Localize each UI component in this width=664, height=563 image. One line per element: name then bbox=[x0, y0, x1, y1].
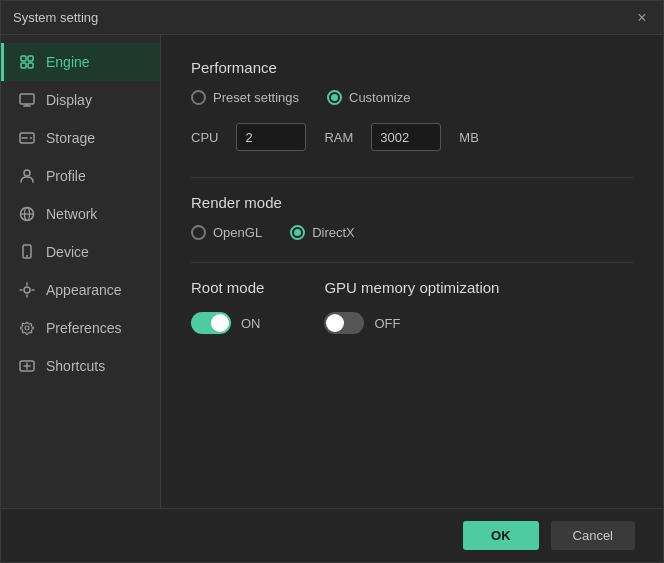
mb-label: MB bbox=[459, 130, 479, 145]
svg-rect-1 bbox=[28, 56, 33, 61]
gpu-toggle-row: OFF bbox=[324, 312, 499, 334]
gpu-toggle-label: OFF bbox=[374, 316, 400, 331]
opengl-label: OpenGL bbox=[213, 225, 262, 240]
svg-rect-4 bbox=[20, 94, 34, 104]
profile-icon bbox=[18, 167, 36, 185]
directx-radio-circle bbox=[290, 225, 305, 240]
directx-radio[interactable]: DirectX bbox=[290, 225, 355, 240]
sidebar-item-device-label: Device bbox=[46, 244, 89, 260]
sidebar: Engine Display bbox=[1, 35, 161, 508]
root-mode-title: Root mode bbox=[191, 279, 264, 296]
svg-rect-2 bbox=[21, 63, 26, 68]
performance-section: Performance Preset settings Customize CP… bbox=[191, 59, 633, 173]
svg-rect-3 bbox=[28, 63, 33, 68]
sidebar-item-shortcuts[interactable]: Shortcuts bbox=[1, 347, 160, 385]
svg-rect-0 bbox=[21, 56, 26, 61]
svg-point-21 bbox=[25, 326, 29, 330]
sidebar-item-network[interactable]: Network bbox=[1, 195, 160, 233]
appearance-icon bbox=[18, 281, 36, 299]
sidebar-item-appearance[interactable]: Appearance bbox=[1, 271, 160, 309]
root-mode-toggle-thumb bbox=[211, 314, 229, 332]
system-setting-window: System setting × Engine bbox=[0, 0, 664, 563]
preset-radio-circle bbox=[191, 90, 206, 105]
cpu-label: CPU bbox=[191, 130, 218, 145]
gpu-toggle-thumb bbox=[326, 314, 344, 332]
title-bar: System setting × bbox=[1, 1, 663, 35]
sidebar-item-preferences-label: Preferences bbox=[46, 320, 121, 336]
sidebar-item-storage-label: Storage bbox=[46, 130, 95, 146]
root-mode-toggle[interactable] bbox=[191, 312, 231, 334]
shortcuts-icon bbox=[18, 357, 36, 375]
preferences-icon bbox=[18, 319, 36, 337]
root-mode-item: Root mode ON bbox=[191, 279, 264, 334]
close-button[interactable]: × bbox=[633, 9, 651, 27]
preset-settings-label: Preset settings bbox=[213, 90, 299, 105]
engine-icon bbox=[18, 53, 36, 71]
root-mode-toggle-row: ON bbox=[191, 312, 264, 334]
preset-settings-radio[interactable]: Preset settings bbox=[191, 90, 299, 105]
device-icon bbox=[18, 243, 36, 261]
main-panel: Performance Preset settings Customize CP… bbox=[161, 35, 663, 508]
sidebar-item-profile-label: Profile bbox=[46, 168, 86, 184]
ok-button[interactable]: OK bbox=[463, 521, 539, 550]
performance-title: Performance bbox=[191, 59, 633, 76]
sidebar-item-preferences[interactable]: Preferences bbox=[1, 309, 160, 347]
cpu-input[interactable] bbox=[236, 123, 306, 151]
sidebar-item-appearance-label: Appearance bbox=[46, 282, 122, 298]
render-radio-group: OpenGL DirectX bbox=[191, 225, 633, 240]
opengl-radio[interactable]: OpenGL bbox=[191, 225, 262, 240]
cpu-ram-row: CPU RAM MB bbox=[191, 123, 633, 151]
svg-point-10 bbox=[24, 170, 30, 176]
sidebar-item-profile[interactable]: Profile bbox=[1, 157, 160, 195]
sidebar-item-shortcuts-label: Shortcuts bbox=[46, 358, 105, 374]
customize-radio[interactable]: Customize bbox=[327, 90, 410, 105]
render-mode-section: Render mode OpenGL DirectX bbox=[191, 194, 633, 258]
sidebar-item-engine[interactable]: Engine bbox=[1, 43, 160, 81]
sidebar-item-storage[interactable]: Storage bbox=[1, 119, 160, 157]
display-icon bbox=[18, 91, 36, 109]
network-icon bbox=[18, 205, 36, 223]
storage-icon bbox=[18, 129, 36, 147]
window-title: System setting bbox=[13, 10, 98, 25]
svg-point-16 bbox=[24, 287, 30, 293]
ram-label: RAM bbox=[324, 130, 353, 145]
root-mode-toggle-label: ON bbox=[241, 316, 261, 331]
opengl-radio-circle bbox=[191, 225, 206, 240]
content-area: Engine Display bbox=[1, 35, 663, 508]
gpu-toggle[interactable] bbox=[324, 312, 364, 334]
sidebar-item-display[interactable]: Display bbox=[1, 81, 160, 119]
section-divider-1 bbox=[191, 177, 633, 178]
svg-point-15 bbox=[26, 255, 28, 257]
directx-label: DirectX bbox=[312, 225, 355, 240]
render-title: Render mode bbox=[191, 194, 633, 211]
cancel-button[interactable]: Cancel bbox=[551, 521, 635, 550]
svg-point-8 bbox=[30, 137, 32, 139]
footer: OK Cancel bbox=[1, 508, 663, 562]
sidebar-item-device[interactable]: Device bbox=[1, 233, 160, 271]
section-divider-2 bbox=[191, 262, 633, 263]
performance-radio-group: Preset settings Customize bbox=[191, 90, 633, 105]
sidebar-item-engine-label: Engine bbox=[46, 54, 90, 70]
customize-radio-circle bbox=[327, 90, 342, 105]
sidebar-item-display-label: Display bbox=[46, 92, 92, 108]
gpu-title: GPU memory optimization bbox=[324, 279, 499, 296]
gpu-item: GPU memory optimization OFF bbox=[324, 279, 499, 334]
toggle-section: Root mode ON GPU memory optimization bbox=[191, 279, 633, 334]
customize-label: Customize bbox=[349, 90, 410, 105]
sidebar-item-network-label: Network bbox=[46, 206, 97, 222]
ram-input[interactable] bbox=[371, 123, 441, 151]
